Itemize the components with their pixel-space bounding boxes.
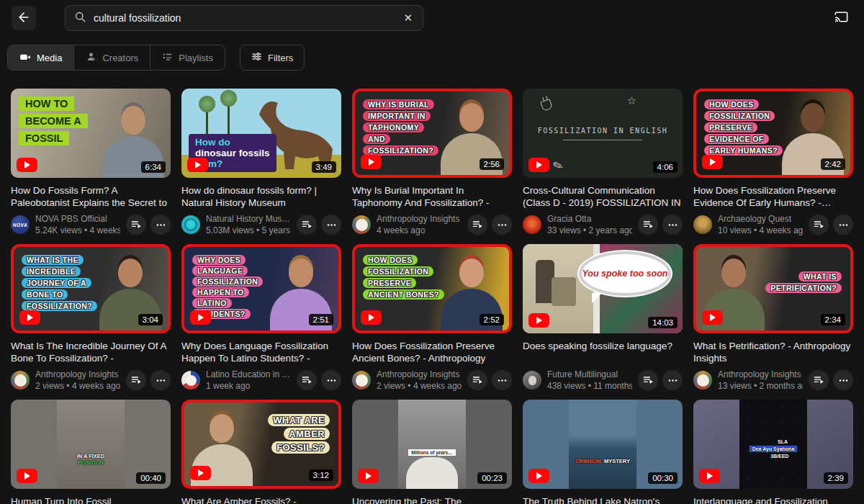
channel-avatar[interactable] xyxy=(181,215,200,234)
thumbnail-caption: HOW TO BECOME A FOSSIL xyxy=(19,96,88,148)
search-input[interactable] xyxy=(94,12,395,24)
tab-media[interactable]: Media xyxy=(8,45,73,70)
video-title[interactable]: How Does Fossilization Preserve Ancient … xyxy=(352,340,512,364)
video-thumbnail[interactable]: HOW DOES FOSSILIZATION PRESERVE ANCIENT … xyxy=(352,244,512,333)
duration-badge: 3:04 xyxy=(138,314,163,325)
video-title[interactable]: What Is Petrification? - Anthropology In… xyxy=(693,340,853,364)
add-to-queue-button[interactable] xyxy=(638,370,658,390)
caption-line: FOSSILIZATION IN ENGLISH xyxy=(538,127,668,135)
video-title[interactable]: Interlanguage and Fossilization xyxy=(693,495,853,504)
add-to-queue-button[interactable] xyxy=(126,370,146,390)
video-meta-row: Anthropology Insights 13 views • 2 month… xyxy=(693,369,853,391)
video-title[interactable]: Uncovering the Past: The Fascinating xyxy=(352,495,512,504)
channel-name[interactable]: NOVA PBS Official xyxy=(35,214,120,224)
more-options-button[interactable] xyxy=(833,215,853,235)
video-title[interactable]: Cross-Cultural Communication (Class D - … xyxy=(523,184,683,209)
video-thumbnail[interactable]: WHY IS BURIAL IMPORTANT IN TAPHONOMY AND… xyxy=(352,89,512,178)
channel-name[interactable]: Latino Education in Am… xyxy=(206,369,291,379)
search-box[interactable]: ✕ xyxy=(65,5,423,31)
views-and-age: 4 weeks ago xyxy=(377,225,462,235)
channel-name[interactable]: Anthropology Insights xyxy=(718,369,803,379)
add-to-queue-button[interactable] xyxy=(809,215,829,235)
video-thumbnail[interactable]: WHAT ARE AMBER FOSSILS? 3:12 xyxy=(181,400,341,489)
video-thumbnail[interactable]: ☆ ✎ FOSSILIZATION IN ENGLISH 4:06 xyxy=(523,89,683,178)
youtube-play-badge xyxy=(17,158,37,172)
clear-search-button[interactable]: ✕ xyxy=(402,10,414,26)
video-thumbnail[interactable]: SLA Dea Ayu Syahona 3B/EED 2:39 xyxy=(693,400,853,489)
more-options-button[interactable] xyxy=(492,370,512,390)
channel-avatar[interactable] xyxy=(693,215,712,234)
views-and-age: 33 views • 2 years ago xyxy=(547,225,632,235)
caption-line: EVIDENCE OF xyxy=(704,134,769,144)
video-thumbnail[interactable]: WHAT IS THE INCREDIBLE JOURNEY OF A BONE… xyxy=(11,244,171,333)
add-to-queue-button[interactable] xyxy=(467,370,487,390)
video-thumbnail[interactable]: How do dinosaur fossils form? 3:49 xyxy=(181,89,341,178)
video-thumbnail[interactable]: Millions of years… 00:23 xyxy=(352,400,512,489)
more-options-button[interactable] xyxy=(321,370,341,390)
channel-name[interactable]: Archaeology Quest xyxy=(718,214,803,224)
video-thumbnail[interactable]: CRIMSON MYSTERY 00:30 xyxy=(523,400,683,489)
more-options-button[interactable] xyxy=(492,215,512,235)
tune-sliders-icon xyxy=(251,51,262,64)
channel-avatar[interactable] xyxy=(352,371,371,390)
more-options-button[interactable] xyxy=(150,215,171,235)
video-title[interactable]: How Does Fossilization Preserve Evidence… xyxy=(693,184,853,209)
video-title[interactable]: How Do Fossils Form? A Paleobotanist Exp… xyxy=(11,184,171,209)
add-to-queue-button[interactable] xyxy=(297,370,317,390)
pencil-doodle: ✎ xyxy=(551,157,566,175)
tab-creators[interactable]: Creators xyxy=(73,45,150,70)
more-options-button[interactable] xyxy=(833,370,853,390)
add-to-queue-button[interactable] xyxy=(126,215,146,235)
filters-button[interactable]: Filters xyxy=(240,45,305,71)
playlist-icon xyxy=(162,51,173,64)
thumbnail-caption: WHY IS BURIAL IMPORTANT IN TAPHONOMY AND… xyxy=(363,99,438,156)
more-options-button[interactable] xyxy=(662,370,683,390)
add-to-queue-button[interactable] xyxy=(297,215,317,235)
video-card: IN A FIXED POSITION 00:40 Human Turn Int… xyxy=(11,400,171,504)
video-title[interactable]: Does speaking fossilize language? xyxy=(523,340,683,364)
caption-line: FOSSILIZATION? xyxy=(363,145,438,156)
channel-avatar[interactable] xyxy=(181,371,200,390)
video-title[interactable]: Why Does Language Fossilization Happen T… xyxy=(181,340,341,364)
video-title[interactable]: The Truth Behind Lake Natron's xyxy=(523,495,683,504)
video-results-grid: HOW TO BECOME A FOSSIL 6:34 How Do Fossi… xyxy=(0,71,864,504)
channel-name[interactable]: Anthropology Insights xyxy=(377,214,462,224)
caption-line: TAPHONOMY xyxy=(363,122,424,132)
channel-avatar[interactable] xyxy=(523,215,541,234)
video-thumbnail[interactable]: HOW TO BECOME A FOSSIL 6:34 xyxy=(11,89,171,178)
channel-avatar[interactable] xyxy=(11,371,30,390)
channel-avatar[interactable] xyxy=(352,215,371,234)
add-to-queue-button[interactable] xyxy=(809,370,829,390)
caption-line: FOSSILS? xyxy=(271,441,330,454)
channel-avatar[interactable] xyxy=(523,371,541,390)
channel-name[interactable]: Future Multilingual xyxy=(547,369,632,379)
channel-name[interactable]: Gracia Otta xyxy=(547,214,632,224)
channel-name[interactable]: Anthropology Insights xyxy=(377,369,462,379)
add-to-queue-button[interactable] xyxy=(467,215,487,235)
channel-avatar[interactable]: NOVA xyxy=(11,215,30,234)
video-thumbnail[interactable]: HOW DOES FOSSILIZATION PRESERVE EVIDENCE… xyxy=(693,89,853,178)
video-thumbnail[interactable]: WHAT IS PETRIFICATION? 2:34 xyxy=(693,244,853,333)
channel-name[interactable]: Anthropology Insights xyxy=(35,369,120,379)
video-title[interactable]: Why Is Burial Important In Taphonomy And… xyxy=(352,184,512,209)
channel-name[interactable]: Natural History Museum xyxy=(206,214,291,224)
video-meta-row: NOVA NOVA PBS Official 5.24K views • 4 w… xyxy=(11,214,171,235)
more-options-button[interactable] xyxy=(150,370,171,390)
more-options-button[interactable] xyxy=(662,215,683,235)
video-thumbnail[interactable]: IN A FIXED POSITION 00:40 xyxy=(11,400,171,489)
youtube-play-badge xyxy=(17,469,37,483)
video-title[interactable]: Human Turn Into Fossil xyxy=(11,495,171,504)
back-button[interactable] xyxy=(12,6,36,30)
add-to-queue-button[interactable] xyxy=(638,215,658,235)
video-title[interactable]: What Are Amber Fossils? - xyxy=(181,495,341,504)
cast-button[interactable] xyxy=(830,6,852,30)
channel-avatar[interactable] xyxy=(693,371,712,390)
video-thumbnail[interactable]: WHY DOES LANGUAGE FOSSILIZATION HAPPEN T… xyxy=(181,244,341,333)
video-thumbnail[interactable]: You spoke too soon 14:03 xyxy=(523,244,683,333)
caption-line: ANCIENT BONES? xyxy=(363,289,444,300)
caption-line: WHAT ARE xyxy=(268,414,330,426)
more-options-button[interactable] xyxy=(321,215,341,235)
video-title[interactable]: What Is The Incredible Journey Of A Bone… xyxy=(11,340,171,364)
video-title[interactable]: How do dinosaur fossils form? | Natural … xyxy=(181,184,341,209)
tab-playlists[interactable]: Playlists xyxy=(150,45,225,70)
